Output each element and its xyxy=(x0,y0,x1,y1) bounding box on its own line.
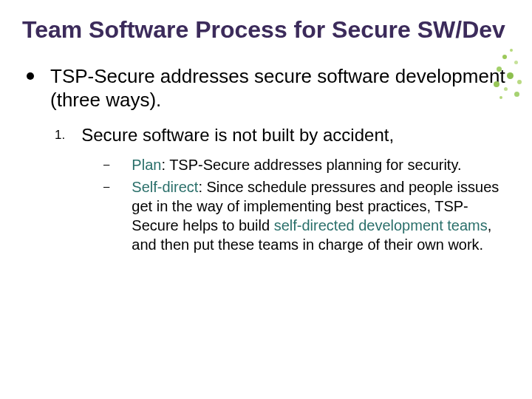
lvl2-text: Secure software is not built by accident… xyxy=(81,124,394,146)
plan-line: Plan: TSP-Secure addresses planning for … xyxy=(132,155,461,174)
slide: Team Software Process for Secure SW/Dev … xyxy=(0,0,532,399)
plan-rest: : TSP-Secure addresses planning for secu… xyxy=(161,157,461,173)
bullet-level-1: TSP-Secure addresses secure software dev… xyxy=(22,64,505,112)
disc-bullet-icon xyxy=(27,72,34,80)
dash-bullet-icon: – xyxy=(103,180,109,192)
lvl1-text: TSP-Secure addresses secure software dev… xyxy=(50,64,505,112)
numbered-level-2: 1. Secure software is not built by accid… xyxy=(55,124,505,146)
dash-level-3-plan: – Plan: TSP-Secure addresses planning fo… xyxy=(103,155,505,174)
lvl2-number: 1. xyxy=(55,128,65,143)
selfdirect-em: self-directed development teams xyxy=(274,217,488,233)
slide-title: Team Software Process for Secure SW/Dev xyxy=(22,16,505,44)
dash-bullet-icon: – xyxy=(103,157,109,170)
selfdirect-keyword: Self-direct xyxy=(132,179,198,195)
dash-level-3-selfdirect: – Self-direct: Since schedule pressures … xyxy=(103,177,505,254)
plan-keyword: Plan xyxy=(132,157,161,173)
selfdirect-line: Self-direct: Since schedule pressures an… xyxy=(132,177,505,254)
